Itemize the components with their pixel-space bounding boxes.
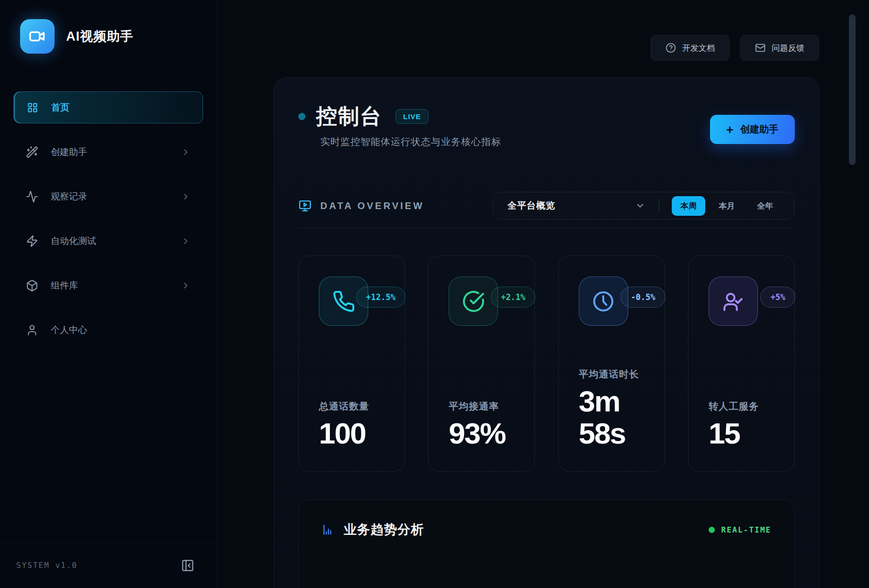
clock-icon <box>592 290 615 313</box>
status-dot <box>709 527 715 533</box>
user-check-icon <box>722 290 745 313</box>
realtime-status: REAL-TIME <box>709 525 771 534</box>
dev-docs-label: 开发文档 <box>682 43 715 54</box>
realtime-label: REAL-TIME <box>721 525 771 534</box>
console-header: 控制台 LIVE 实时监控智能体运行状态与业务核心指标 + 创建助手 <box>298 78 795 148</box>
tab-this-week[interactable]: 本周 <box>672 196 705 216</box>
main-content: 开发文档 问题反馈 控制台 LIVE 实时监控智能体运行状态与业务核心指标 <box>217 0 869 588</box>
sidebar-item-label: 自动化测试 <box>51 235 96 247</box>
stat-value: 3m 58s <box>579 386 651 450</box>
mail-icon <box>755 43 766 53</box>
platform-select-value: 全平台概览 <box>508 200 555 212</box>
trend-title: 业务趋势分析 <box>344 521 424 538</box>
check-circle-icon <box>462 290 485 313</box>
help-circle-icon <box>666 43 676 53</box>
stat-trend-badge: +2.1% <box>491 287 535 308</box>
dev-docs-button[interactable]: 开发文档 <box>651 35 730 61</box>
stat-icon-tile <box>579 277 628 326</box>
platform-select[interactable]: 全平台概览 <box>508 200 659 212</box>
phone-icon <box>332 290 355 313</box>
page-subtitle: 实时监控智能体运行状态与业务核心指标 <box>320 135 501 148</box>
sidebar: AI视频助手 首页 创建助手 <box>0 0 217 588</box>
stat-trend-badge: +12.5% <box>356 287 406 308</box>
sidebar-item-label: 个人中心 <box>51 324 87 336</box>
activity-icon <box>26 190 38 203</box>
status-dot <box>298 113 305 120</box>
console-title-block: 控制台 LIVE 实时监控智能体运行状态与业务核心指标 <box>298 102 501 148</box>
chevron-right-icon <box>181 236 191 246</box>
sidebar-item-label: 组件库 <box>51 279 78 292</box>
stat-value: 100 <box>319 418 391 450</box>
divider <box>659 199 659 213</box>
app-logo-row: AI视频助手 <box>20 19 134 54</box>
sidebar-item-component-library[interactable]: 组件库 <box>13 269 203 301</box>
stat-value: 15 <box>709 418 780 450</box>
stat-trend-badge: -0.5% <box>621 287 665 308</box>
app-logo <box>20 19 55 54</box>
chevron-down-icon <box>635 200 645 211</box>
user-icon <box>26 324 38 336</box>
tab-this-month[interactable]: 本月 <box>710 196 744 216</box>
stat-label: 总通话数量 <box>319 400 384 413</box>
stat-cards: +12.5% 总通话数量 100 +2.1% 平均接通率 93% <box>298 255 795 472</box>
app-title: AI视频助手 <box>66 28 134 45</box>
video-camera-icon <box>28 27 46 45</box>
wand-icon <box>26 146 38 158</box>
stat-label: 转人工服务 <box>709 400 774 413</box>
data-overview-label: DATA OVERVIEW <box>320 200 424 211</box>
sidebar-item-automation-test[interactable]: 自动化测试 <box>13 225 203 257</box>
create-assistant-button[interactable]: + 创建助手 <box>710 115 795 144</box>
stat-icon-tile <box>709 277 758 326</box>
system-version: SYSTEM v1.0 <box>16 561 78 570</box>
sidebar-item-home[interactable]: 首页 <box>13 91 203 123</box>
monitor-play-icon <box>298 199 312 212</box>
plus-icon: + <box>726 123 734 136</box>
topbar: 开发文档 问题反馈 <box>651 35 819 61</box>
dashboard-icon <box>26 101 39 114</box>
stat-icon-tile <box>449 277 498 326</box>
panel-collapse-icon <box>181 559 194 572</box>
stat-card-avg-duration: -0.5% 平均通话时长 3m 58s <box>558 255 665 472</box>
sidebar-item-personal-center[interactable]: 个人中心 <box>13 314 203 346</box>
page-title: 控制台 <box>316 102 382 131</box>
console-panel: 控制台 LIVE 实时监控智能体运行状态与业务核心指标 + 创建助手 DATA … <box>273 77 820 588</box>
stat-card-answer-rate: +2.1% 平均接通率 93% <box>428 255 535 472</box>
range-tabs: 本周 本月 全年 <box>672 196 782 216</box>
vertical-scrollbar-thumb[interactable] <box>849 14 856 165</box>
chevron-right-icon <box>181 281 191 290</box>
stat-card-human-transfer: +5% 转人工服务 15 <box>688 255 795 472</box>
sidebar-item-label: 首页 <box>51 101 69 114</box>
sidebar-nav: 首页 创建助手 观察记录 <box>13 91 203 358</box>
sidebar-footer: SYSTEM v1.0 <box>0 542 216 588</box>
feedback-button[interactable]: 问题反馈 <box>740 35 819 61</box>
stat-trend-badge: +5% <box>760 287 795 308</box>
sidebar-item-label: 观察记录 <box>51 190 87 203</box>
divider <box>298 228 795 228</box>
trend-analysis-panel: 业务趋势分析 REAL-TIME <box>298 499 795 588</box>
bolt-icon <box>26 235 38 247</box>
tab-this-year[interactable]: 全年 <box>748 196 782 216</box>
cube-icon <box>26 279 38 292</box>
data-overview-bar: DATA OVERVIEW 全平台概览 本周 本月 全年 <box>298 192 795 220</box>
sidebar-item-observe-records[interactable]: 观察记录 <box>13 180 203 212</box>
stat-label: 平均通话时长 <box>579 368 644 381</box>
stat-label: 平均接通率 <box>449 400 514 413</box>
chevron-right-icon <box>181 147 191 157</box>
bar-chart-icon <box>322 523 335 536</box>
live-badge: LIVE <box>395 109 429 124</box>
chevron-right-icon <box>181 192 191 201</box>
sidebar-item-create-assistant[interactable]: 创建助手 <box>13 136 203 168</box>
collapse-sidebar-button[interactable] <box>181 559 194 572</box>
feedback-label: 问题反馈 <box>772 43 804 54</box>
overview-controls: 全平台概览 本周 本月 全年 <box>493 192 795 220</box>
sidebar-item-label: 创建助手 <box>51 146 87 158</box>
create-assistant-label: 创建助手 <box>740 123 779 136</box>
stat-value: 93% <box>449 418 520 450</box>
stat-card-total-calls: +12.5% 总通话数量 100 <box>298 255 405 472</box>
